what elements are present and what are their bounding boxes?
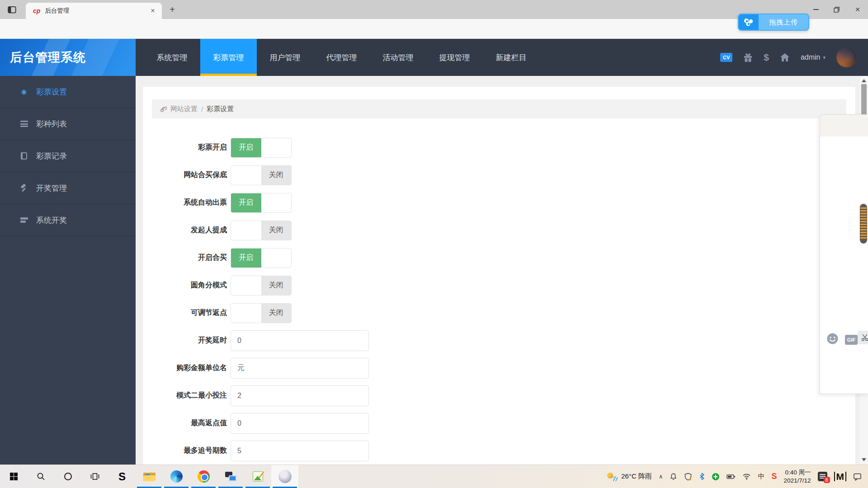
clock-date: 2021/7/12: [783, 477, 811, 485]
breadcrumb-parent[interactable]: 网站设置: [170, 105, 198, 113]
dollar-icon[interactable]: $: [764, 52, 769, 63]
scroll-down-arrow-icon[interactable]: [862, 458, 866, 461]
home-icon[interactable]: [780, 53, 790, 62]
nav-item-activities[interactable]: 活动管理: [370, 39, 426, 76]
user-menu[interactable]: admin ▾: [801, 53, 826, 61]
screenshot-scissors-icon[interactable]: [858, 331, 868, 344]
toggle-state-label: 开启: [231, 193, 261, 212]
new-tab-button[interactable]: +: [166, 4, 178, 15]
bluetooth-icon[interactable]: [699, 473, 705, 480]
ime-indicator[interactable]: 中: [758, 472, 764, 481]
gift-icon[interactable]: [743, 53, 753, 62]
toggle-adjustable-rebate[interactable]: 关闭: [231, 303, 292, 323]
sogou-icon: S: [118, 470, 126, 483]
chat-app-button[interactable]: [271, 465, 298, 488]
mode2-min-bet-input[interactable]: [231, 385, 369, 406]
search-icon: [37, 472, 45, 481]
striped-scroll-handle[interactable]: [860, 204, 867, 243]
folder-icon: [143, 472, 156, 481]
toggle-auto-ticket[interactable]: 开启: [231, 193, 292, 213]
nav-item-agents[interactable]: 代理管理: [313, 39, 370, 76]
tab-title: 后台管理: [45, 7, 148, 15]
toggle-lottery-enable[interactable]: 开启: [231, 138, 292, 158]
sidebar-item-lottery-records[interactable]: 彩票记录: [0, 140, 136, 172]
chevron-down-icon: ▾: [823, 55, 826, 61]
chat-app-avatar-icon: [278, 470, 292, 483]
battery-icon[interactable]: [726, 474, 736, 480]
sidebar-item-draw-management[interactable]: 开奖管理: [0, 172, 136, 204]
weather-widget[interactable]: 26°C 阵雨: [607, 472, 652, 481]
gif-icon[interactable]: GIF: [845, 335, 858, 345]
start-button[interactable]: [0, 465, 27, 488]
nav-item-new-column[interactable]: 新建栏目: [483, 39, 539, 76]
m-logo-icon[interactable]: M: [834, 472, 847, 481]
app-title: 后台管理系统: [0, 49, 86, 66]
tab-close-icon[interactable]: ×: [148, 7, 157, 15]
security-shield-icon[interactable]: [684, 473, 692, 481]
edge-button[interactable]: [163, 465, 190, 488]
browser-tab[interactable]: cp 后台管理 ×: [26, 3, 162, 19]
alarm-bell-icon[interactable]: [670, 473, 677, 480]
wifi-icon[interactable]: [742, 473, 751, 480]
form-row-auto-ticket: 系统自动出票 开启: [143, 189, 855, 216]
task-view-button[interactable]: [81, 465, 108, 488]
file-explorer-button[interactable]: [136, 465, 163, 488]
field-label: 最高返点值: [143, 418, 227, 428]
nav-item-lottery[interactable]: 彩票管理: [200, 39, 257, 76]
max-rebate-input[interactable]: [231, 413, 369, 434]
sogou-input-button[interactable]: S: [108, 465, 136, 488]
window-controls: ×: [806, 0, 868, 19]
nav-item-withdrawals[interactable]: 提现管理: [426, 39, 483, 76]
toggle-groupbuy-enable[interactable]: 开启: [231, 248, 292, 268]
user-avatar[interactable]: [836, 47, 856, 67]
close-button[interactable]: ×: [847, 0, 868, 19]
search-button[interactable]: [27, 465, 54, 488]
field-label: 开奖延时: [143, 336, 227, 345]
form-row-groupbuy-guarantee: 网站合买保底 关闭: [143, 161, 855, 189]
nav-item-users[interactable]: 用户管理: [257, 39, 313, 76]
toggle-initiator-commission[interactable]: 关闭: [231, 221, 292, 240]
notes-app-tray[interactable]: 8: [818, 472, 827, 481]
sidebar-item-lottery-settings[interactable]: ∗ 彩票设置: [0, 76, 136, 108]
field-label: 购彩金额单位名: [143, 363, 227, 373]
form-row-lottery-enable: 彩票开启 开启: [143, 134, 855, 161]
scrollbar-thumb[interactable]: [861, 84, 867, 117]
toggle-groupbuy-guarantee[interactable]: 关闭: [231, 165, 292, 185]
windows-logo-icon: [10, 473, 18, 480]
sogou-tray-icon[interactable]: S: [771, 472, 777, 481]
nav-item-system[interactable]: 系统管理: [144, 39, 200, 76]
chrome-icon: [198, 470, 210, 483]
list-icon: [18, 120, 30, 128]
book-icon: [18, 152, 30, 160]
cv-badge-icon[interactable]: CV: [720, 53, 732, 62]
user-name: admin: [801, 53, 821, 61]
antivirus-icon[interactable]: [712, 473, 720, 481]
remote-desktop-button[interactable]: [217, 465, 244, 488]
cortana-button[interactable]: [54, 465, 81, 488]
edge-icon: [170, 470, 183, 483]
chrome-button[interactable]: [190, 465, 217, 488]
settings-form: 彩票开启 开启 网站合买保底 关闭 系统自动出票 开启 发起人提成 关闭 开启合…: [143, 134, 855, 465]
tray-expand-icon[interactable]: ∧: [659, 473, 663, 480]
sidebar-item-lottery-types[interactable]: 彩种列表: [0, 108, 136, 140]
scroll-up-arrow-icon[interactable]: [862, 79, 866, 82]
field-label: 系统自动出票: [143, 198, 227, 207]
max-chase-periods-input[interactable]: [231, 441, 369, 461]
server-icon: [18, 216, 30, 224]
tab-actions-icon[interactable]: [6, 4, 17, 15]
weather-desc: 阵雨: [638, 472, 652, 480]
chat-panel: GIF: [820, 114, 868, 394]
toggle-state-label: 开启: [231, 138, 261, 157]
emoji-icon[interactable]: [826, 333, 839, 347]
restore-button[interactable]: [826, 0, 847, 19]
toggle-rounding-mode[interactable]: 关闭: [231, 276, 292, 296]
draw-delay-input[interactable]: [231, 330, 369, 351]
currency-unit-input[interactable]: [231, 358, 369, 379]
breadcrumb-separator: /: [201, 105, 203, 113]
app-logo: 后台管理系统: [0, 39, 136, 76]
image-editor-button[interactable]: [244, 465, 271, 488]
drag-upload-overlay[interactable]: 拖拽上传: [738, 14, 809, 31]
sidebar-item-system-draw[interactable]: 系统开奖: [0, 204, 136, 236]
action-center-icon[interactable]: [853, 473, 862, 481]
clock[interactable]: 0:40 周一 2021/7/12: [783, 469, 811, 485]
